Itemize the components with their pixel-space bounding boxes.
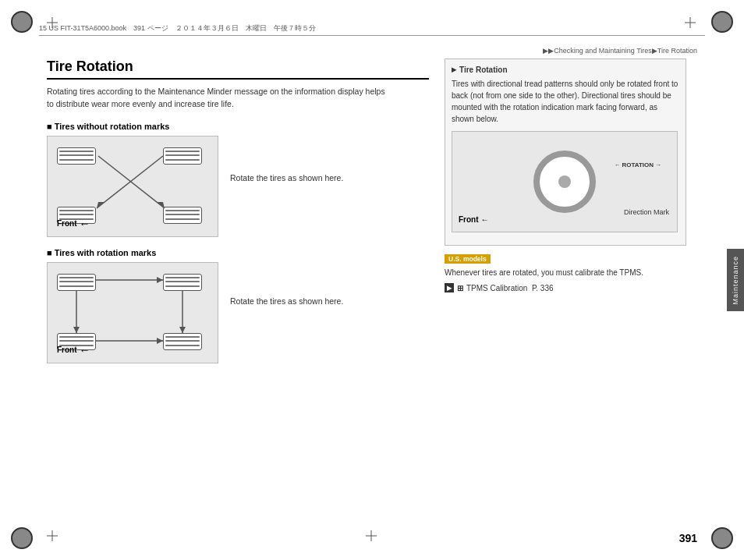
- diagram-with-rotation: Front ←: [47, 262, 218, 363]
- tpms-page: P. 336: [532, 284, 554, 292]
- crosshair-bm: [366, 530, 378, 543]
- svg-marker-15: [157, 338, 163, 344]
- tpms-calibration-label: TPMS Calibration: [466, 284, 527, 292]
- page-number: 391: [679, 532, 697, 544]
- tpms-icon: ▶: [445, 283, 454, 292]
- side-tab-text: Maintenance: [732, 256, 739, 305]
- tip-text: Tires with directional tread patterns sh…: [452, 78, 679, 125]
- front-text-2: Front: [57, 346, 77, 354]
- front-label-1: Front ←: [57, 218, 90, 230]
- tire2-br: [163, 333, 202, 350]
- rotation-text: ROTATION: [622, 161, 654, 168]
- dir-front-label: Front ←: [459, 215, 489, 224]
- wheel-circle: [533, 151, 596, 213]
- corner-decoration-tl: [11, 11, 33, 33]
- dir-diagram: ← ROTATION → Direction Mark Front ←: [452, 131, 678, 232]
- svg-marker-11: [97, 202, 105, 208]
- tire-tr: [163, 147, 202, 165]
- section-with-rotation: Tires with rotation marks: [47, 248, 429, 363]
- tire2-tl: [57, 274, 96, 291]
- front-label-2: Front ←: [57, 344, 90, 356]
- section1-heading: Tires without rotation marks: [47, 122, 429, 131]
- dir-front-text: Front: [459, 215, 479, 224]
- tire-br: [163, 207, 202, 224]
- svg-marker-17: [73, 327, 80, 333]
- rotate-instruction-2: Rotate the tires as shown here.: [230, 296, 343, 306]
- rotation-arrow-right: →: [655, 161, 661, 168]
- tpms-link-text: TPMS Calibration P. 336: [466, 284, 554, 292]
- direction-mark-label: Direction Mark: [624, 208, 669, 216]
- front-text-1: Front: [57, 219, 77, 228]
- front-arrow-2: ←: [80, 344, 90, 356]
- crosshair-bl: [47, 530, 59, 543]
- section-no-rotation: Tires without rotation marks: [47, 122, 429, 237]
- us-models-badge: U.S. models: [445, 254, 491, 264]
- diagram-no-rotation: Front ←: [47, 136, 218, 237]
- tire2-tr: [163, 274, 202, 291]
- breadcrumb: ▶▶Checking and Maintaining Tires▶Tire Ro…: [543, 47, 697, 55]
- corner-decoration-br: [711, 527, 733, 549]
- tpms-icon-bold: ⊞: [457, 284, 463, 292]
- us-models-text: Whenever tires are rotated, you must cal…: [445, 267, 686, 278]
- tip-title: Tire Rotation: [452, 66, 679, 74]
- svg-marker-13: [157, 277, 163, 283]
- front-arrow-1: ←: [80, 218, 90, 230]
- side-tab-maintenance: Maintenance: [727, 249, 744, 311]
- svg-line-8: [98, 156, 165, 208]
- svg-line-10: [97, 156, 163, 208]
- corner-decoration-bl: [11, 527, 33, 549]
- crosshair-tl: [47, 17, 59, 30]
- tpms-link: ▶ ⊞ TPMS Calibration P. 336: [445, 283, 686, 292]
- wheel-center: [558, 175, 571, 188]
- page-title: Tire Rotation: [47, 58, 429, 80]
- svg-marker-19: [179, 327, 186, 333]
- us-models-section: U.S. models Whenever tires are rotated, …: [445, 253, 686, 292]
- intro-text: Rotating tires according to the Maintena…: [47, 86, 390, 111]
- top-bar-text: 15 US FIT-31T5A6000.book 391 ページ ２０１４年３月…: [39, 23, 705, 34]
- rotation-arrow-left: ←: [614, 161, 620, 168]
- tip-box: Tire Rotation Tires with directional tre…: [445, 58, 686, 246]
- dir-front-arrow: ←: [481, 215, 489, 224]
- breadcrumb-text: ▶▶Checking and Maintaining Tires▶Tire Ro…: [543, 47, 697, 55]
- main-content: Tire Rotation Rotating tires according t…: [47, 58, 429, 529]
- crosshair-tr: [685, 17, 697, 30]
- rotate-instruction-1: Rotate the tires as shown here.: [230, 173, 343, 183]
- right-panel: Tire Rotation Tires with directional tre…: [445, 58, 686, 529]
- corner-decoration-tr: [711, 11, 733, 33]
- section2-heading: Tires with rotation marks: [47, 248, 429, 257]
- top-bar: 15 US FIT-31T5A6000.book 391 ページ ２０１４年３月…: [39, 23, 705, 36]
- tire-tl: [57, 147, 96, 165]
- rotation-label: ← ROTATION →: [614, 161, 661, 168]
